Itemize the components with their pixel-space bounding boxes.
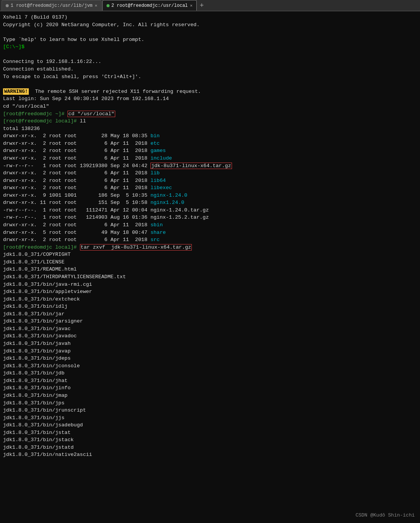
tab1-label: 1 root@freedomdjc:/usr/lib/jvm: [11, 3, 92, 8]
extract-4: jdk1.8.0_371/bin/java-rmi.cgi: [3, 281, 417, 288]
extract-24: jdk1.8.0_371/bin/jstat: [3, 429, 417, 437]
extract-13: jdk1.8.0_371/bin/javap: [3, 348, 417, 355]
extract-20: jdk1.8.0_371/bin/jps: [3, 399, 417, 407]
extract-26: jdk1.8.0_371/bin/jstatd: [3, 444, 417, 451]
header-line-1: Xshell 7 (Build 0137): [3, 14, 417, 21]
extract-12: jdk1.8.0_371/bin/javah: [3, 340, 417, 348]
header-line-2: Copyright (c) 2020 NetSarang Computer, I…: [3, 21, 417, 29]
cd-echo-line: cd "/usr/local": [3, 103, 417, 110]
prompt2: [root@freedomdjc local]#: [3, 118, 77, 124]
escape-line: To escape to local shell, press 'Ctrl+Al…: [3, 73, 417, 81]
tab2-label: 2 root@freedomdjc:/usr/local: [111, 3, 188, 8]
file-line-10: -rw-r--r--. 1 root root 1112471 Apr 12 0…: [3, 207, 417, 214]
file-line-13: drwxr-xr-x. 5 root root 49 May 18 00:47 …: [3, 229, 417, 236]
extract-19: jdk1.8.0_371/bin/jmap: [3, 392, 417, 399]
file-line-3: drwxr-xr-x. 2 root root 6 Apr 11 2018 in…: [3, 155, 417, 162]
file-line-4: -rw-r--r-- 1 root root 139219380 Sep 24 …: [3, 162, 417, 170]
tab-1[interactable]: 1 root@freedomdjc:/usr/lib/jvm ✕: [2, 0, 102, 11]
file-line-9: drwxr-xr-x. 11 root root 151 Sep 5 10:58…: [3, 199, 417, 207]
file-line-6: drwxr-xr-x. 2 root root 6 Apr 11 2018 li…: [3, 177, 417, 185]
tab-2[interactable]: 2 root@freedomdjc:/usr/local ✕: [102, 0, 197, 11]
warning-badge: WARNING!: [3, 88, 29, 95]
cmd1-highlighted: cd "/usr/local": [67, 111, 115, 117]
extract-2: jdk1.8.0_371/README.html: [3, 266, 417, 273]
extract-5: jdk1.8.0_371/bin/appletviewer: [3, 288, 417, 296]
header-line-3: Type `help' to learn how to use Xshell p…: [3, 36, 417, 44]
extract-22: jdk1.8.0_371/bin/jjs: [3, 414, 417, 422]
file-line-7: drwxr-xr-x. 2 root root 6 Apr 11 2018 li…: [3, 184, 417, 192]
extract-25: jdk1.8.0_371/bin/jstack: [3, 436, 417, 444]
extract-27: jdk1.8.0_371/bin/native2ascii: [3, 451, 417, 459]
extract-7: jdk1.8.0_371/bin/idlj: [3, 303, 417, 310]
prompt3: [root@freedomdjc local]#: [3, 244, 77, 250]
cmd2-line: [root@freedomdjc local]# ll: [3, 117, 417, 125]
header-blank-2: [3, 51, 417, 58]
terminal: Xshell 7 (Build 0137) Copyright (c) 2020…: [0, 11, 420, 523]
total-line: total 138236: [3, 125, 417, 133]
cmd3-line: [root@freedomdjc local]# tar zxvf jdk-8u…: [3, 244, 417, 251]
cmd1-line: [root@freedomdjc ~]# cd "/usr/local": [3, 110, 417, 118]
extract-14: jdk1.8.0_371/bin/jdeps: [3, 355, 417, 362]
established-line: Connection established.: [3, 66, 417, 73]
extract-23: jdk1.8.0_371/bin/jsadebugd: [3, 421, 417, 429]
cmd3-highlighted: tar zxvf jdk-8u371-linux-x64.tar.gz: [80, 244, 192, 251]
file-line-12: drwxr-xr-x. 2 root root 6 Apr 11 2018 sb…: [3, 221, 417, 229]
extract-17: jdk1.8.0_371/bin/jhat: [3, 377, 417, 385]
extract-3: jdk1.8.0_371/THIRDPARTYLICENSEREADME.txt: [3, 273, 417, 281]
tab2-close[interactable]: ✕: [190, 3, 193, 8]
tab2-dot: [107, 4, 110, 7]
blank-3: [3, 80, 417, 88]
extract-15: jdk1.8.0_371/bin/jconsole: [3, 362, 417, 370]
file-line-14: drwxr-xr-x. 2 root root 6 Apr 11 2018 sr…: [3, 236, 417, 244]
connecting-line: Connecting to 192.168.1.16:22...: [3, 58, 417, 66]
extract-0: jdk1.8.0_371/COPYRIGHT: [3, 251, 417, 258]
jdk-tar-highlighted: jdk-8u371-linux-x64.tar.gz: [150, 163, 232, 169]
tab-bar: 1 root@freedomdjc:/usr/lib/jvm ✕ 2 root@…: [0, 0, 420, 11]
file-line-1: drwxr-xr-x. 2 root root 6 Apr 11 2018 et…: [3, 140, 417, 147]
cmd2-text: ll: [80, 118, 86, 124]
extract-16: jdk1.8.0_371/bin/jdb: [3, 370, 417, 377]
file-line-0: drwxr-xr-x. 2 root root 28 May 18 08:35 …: [3, 132, 417, 140]
extract-8: jdk1.8.0_371/bin/jar: [3, 310, 417, 318]
file-line-2: drwxr-xr-x. 2 root root 6 Apr 11 2018 ga…: [3, 147, 417, 155]
file-line-11: -rw-r--r--. 1 root root 1214903 Aug 16 0…: [3, 214, 417, 221]
warning-line: WARNING! The remote SSH server rejected …: [3, 88, 417, 96]
new-tab-button[interactable]: +: [197, 2, 206, 9]
header-blank-1: [3, 28, 417, 36]
extract-18: jdk1.8.0_371/bin/jinfo: [3, 384, 417, 392]
extract-1: jdk1.8.0_371/LICENSE: [3, 258, 417, 266]
extract-21: jdk1.8.0_371/bin/jrunscript: [3, 407, 417, 414]
extract-9: jdk1.8.0_371/bin/jarsigner: [3, 318, 417, 325]
extract-11: jdk1.8.0_371/bin/javadoc: [3, 332, 417, 340]
header-prompt-local: [C:\~]$: [3, 43, 417, 51]
file-line-8: drwxr-xr-x. 9 1001 1001 186 Sep 5 10:35 …: [3, 192, 417, 199]
tab1-close[interactable]: ✕: [95, 3, 97, 8]
tab1-dot: [6, 4, 9, 7]
watermark: CSDN @Kudō Shin-ichi: [356, 512, 415, 519]
last-login-line: Last login: Sun Sep 24 00:30:14 2023 fro…: [3, 95, 417, 103]
file-line-5: drwxr-xr-x. 2 root root 6 Apr 11 2018 li…: [3, 169, 417, 177]
prompt1: [root@freedomdjc ~]#: [3, 111, 64, 117]
extract-6: jdk1.8.0_371/bin/extcheck: [3, 296, 417, 303]
extract-10: jdk1.8.0_371/bin/javac: [3, 325, 417, 333]
